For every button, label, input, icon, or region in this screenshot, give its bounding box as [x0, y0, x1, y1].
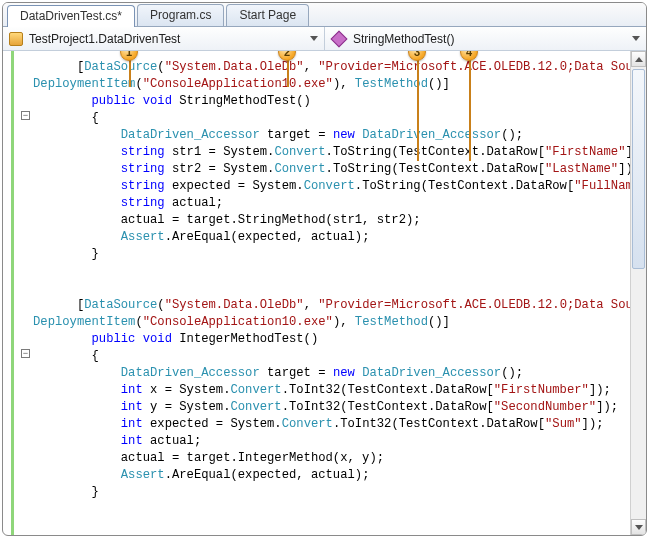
- member-dropdown-text: StringMethodTest(): [353, 32, 626, 46]
- type-dropdown[interactable]: TestProject1.DataDrivenTest: [3, 27, 325, 50]
- scroll-thumb[interactable]: [632, 69, 645, 269]
- document-tabs: DataDrivenTest.cs* Program.cs Start Page: [3, 3, 646, 27]
- change-indicator: [11, 51, 14, 535]
- outline-toggle[interactable]: [21, 349, 30, 358]
- tab-datadriven[interactable]: DataDrivenTest.cs*: [7, 5, 135, 27]
- navigation-bar: TestProject1.DataDrivenTest StringMethod…: [3, 27, 646, 51]
- member-dropdown[interactable]: StringMethodTest(): [325, 27, 646, 50]
- tab-program[interactable]: Program.cs: [137, 4, 224, 26]
- outline-toggle[interactable]: [21, 111, 30, 120]
- tab-startpage[interactable]: Start Page: [226, 4, 309, 26]
- code-editor[interactable]: 1 2 3 4 [DataSource("System.Data.OleDb",…: [3, 51, 646, 535]
- code-body: [DataSource("System.Data.OleDb", "Provid…: [33, 59, 640, 501]
- method-icon: [331, 30, 348, 47]
- type-dropdown-text: TestProject1.DataDrivenTest: [29, 32, 304, 46]
- chevron-down-icon: [632, 36, 640, 41]
- chevron-down-icon: [310, 36, 318, 41]
- scroll-up-button[interactable]: [631, 51, 646, 67]
- scroll-down-button[interactable]: [631, 519, 646, 535]
- class-icon: [9, 32, 23, 46]
- callout-line: [417, 51, 419, 161]
- vertical-scrollbar[interactable]: [630, 51, 646, 535]
- editor-window: DataDrivenTest.cs* Program.cs Start Page…: [2, 2, 647, 536]
- callout-line: [469, 51, 471, 161]
